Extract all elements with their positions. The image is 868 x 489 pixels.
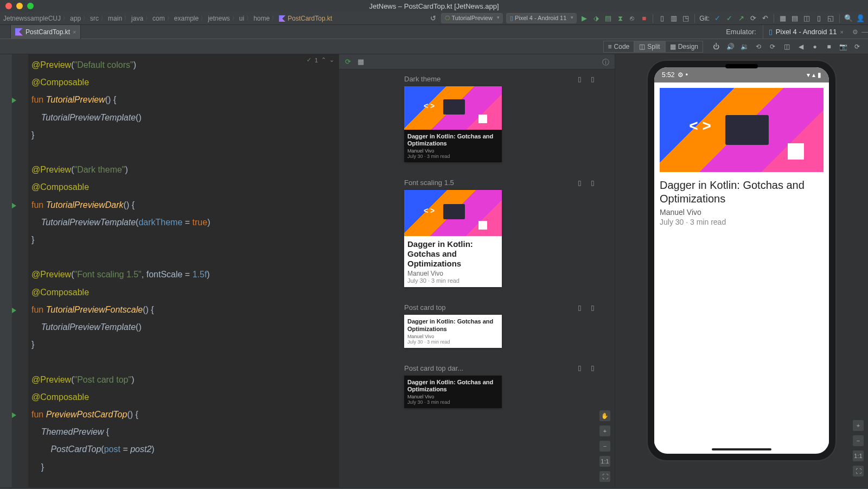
code-view-button[interactable]: ≡Code <box>603 41 635 53</box>
file-tab[interactable]: PostCardTop.kt × <box>11 25 81 39</box>
preview-card[interactable]: < >Dagger in Kotlin: Gotchas and Optimiz… <box>404 86 502 162</box>
card-author: Manuel Vivo <box>407 270 499 277</box>
emulator-rotate-left-icon[interactable]: ⟲ <box>754 43 763 50</box>
preview-config-dropdown[interactable]: ⎔ TutorialPreview <box>441 13 503 23</box>
stop-button[interactable]: ■ <box>640 14 648 23</box>
left-gutter <box>0 54 12 487</box>
toolbar-icon-4[interactable]: ▯ <box>814 14 823 23</box>
breadcrumb-item[interactable]: app <box>70 15 81 22</box>
phone-zoom-fit-icon[interactable]: 1:1 <box>853 450 864 461</box>
preview-interactive-icon[interactable]: ▯ <box>578 179 585 187</box>
close-tab-icon[interactable]: × <box>73 29 76 35</box>
coverage-button[interactable]: ▤ <box>604 14 612 23</box>
preview-interactive-icon[interactable]: ▯ <box>578 304 585 312</box>
run-gutter-icon[interactable] <box>12 98 16 103</box>
preview-card[interactable]: Dagger in Kotlin: Gotchas and Optimizati… <box>404 315 502 347</box>
card-title: Dagger in Kotlin: Gotchas and Optimizati… <box>407 239 499 269</box>
card-meta: July 30 · 3 min read <box>407 399 499 405</box>
git-history-icon[interactable]: ⟳ <box>749 14 757 23</box>
preview-zoom-reset-icon[interactable]: ⛶ <box>599 471 610 482</box>
inspection-ok-icon[interactable]: ✓ <box>307 56 311 63</box>
preview-interactive-icon[interactable]: ▯ <box>578 75 585 83</box>
design-view-button[interactable]: ▦Design <box>665 41 703 53</box>
device-dropdown[interactable]: ▯ Pixel 4 - Android 11 <box>506 13 577 23</box>
breadcrumb-item[interactable]: com <box>152 15 165 22</box>
preview-deploy-icon[interactable]: ▯ <box>591 364 598 372</box>
breadcrumb-item[interactable]: main <box>108 15 122 22</box>
run-gutter-icon[interactable] <box>12 412 16 418</box>
window-maximize-button[interactable] <box>27 3 34 9</box>
preview-card[interactable]: Dagger in Kotlin: Gotchas and Optimizati… <box>404 376 502 408</box>
code-area[interactable]: @Preview("Default colors")@Composablefun… <box>28 54 339 487</box>
inspection-down-icon[interactable]: ⌄ <box>329 56 334 63</box>
card-meta: July 30 · 3 min read <box>407 154 499 159</box>
editor-gutter <box>12 54 28 487</box>
resource-manager-icon[interactable]: ◳ <box>681 14 690 23</box>
toolbar-icon-2[interactable]: ▤ <box>790 14 799 23</box>
emulator-overview-icon[interactable]: ■ <box>825 43 833 50</box>
git-push-icon[interactable]: ↗ <box>737 14 745 23</box>
breadcrumb-item[interactable]: PostCardTop.kt <box>279 15 332 22</box>
phone-zoom-in-icon[interactable]: + <box>853 420 864 431</box>
phone-zoom-reset-icon[interactable]: ⛶ <box>853 466 864 477</box>
toolbar-icon-3[interactable]: ◫ <box>802 14 811 23</box>
preview-layout-icon[interactable]: ▦ <box>356 58 365 66</box>
breadcrumb-item[interactable]: src <box>90 15 99 22</box>
emulator-power-icon[interactable]: ⏻ <box>712 43 720 50</box>
attach-button[interactable]: ⎋ <box>628 14 636 23</box>
breadcrumb-item[interactable]: JetnewssampleCUJ <box>3 15 61 22</box>
phone-zoom-out-icon[interactable]: − <box>853 435 864 446</box>
code-editor[interactable]: @Preview("Default colors")@Composablefun… <box>12 54 339 487</box>
preview-zoom-fit-icon[interactable]: 1:1 <box>599 456 610 467</box>
close-emulator-tab-icon[interactable]: × <box>840 29 844 35</box>
git-rollback-icon[interactable]: ↶ <box>761 14 769 23</box>
preview-deploy-icon[interactable]: ▯ <box>591 179 598 187</box>
preview-pan-icon[interactable]: ✋ <box>599 410 610 421</box>
emulator-rotate-right-icon[interactable]: ⟳ <box>768 43 777 50</box>
profile-button[interactable]: ⧗ <box>616 14 624 23</box>
phone-post-meta: July 30 · 3 min read <box>660 218 824 226</box>
inspection-count: 1 <box>315 57 318 63</box>
sync-icon[interactable]: ↺ <box>429 14 438 23</box>
preview-refresh-icon[interactable]: ⟳ <box>343 58 352 66</box>
preview-deploy-icon[interactable]: ▯ <box>591 75 598 83</box>
sdk-manager-icon[interactable]: ▥ <box>669 14 678 23</box>
emulator-hide-icon[interactable]: — <box>861 28 868 36</box>
split-view-button[interactable]: ◫Split <box>634 41 665 53</box>
emulator-home-icon[interactable]: ● <box>810 43 819 50</box>
phone-screen[interactable]: 5:52 ⚙ • ▾ ▴ ▮ < > Dagger in Ko <box>654 67 829 454</box>
emulator-more-icon[interactable]: ⟳ <box>853 43 861 50</box>
toolbar-icon-1[interactable]: ▦ <box>778 14 787 23</box>
breadcrumb-item[interactable]: jetnews <box>208 15 230 22</box>
run-gutter-icon[interactable] <box>12 203 16 208</box>
preview-interactive-icon[interactable]: ▯ <box>578 364 585 372</box>
breadcrumb-item[interactable]: home <box>253 15 270 22</box>
emulator-settings-icon[interactable]: ⚙ <box>852 28 858 36</box>
emulator-volume-down-icon[interactable]: 🔉 <box>740 43 749 50</box>
inspection-up-icon[interactable]: ⌃ <box>321 56 326 63</box>
debug-button[interactable]: ⬗ <box>592 14 601 23</box>
run-button[interactable]: ▶ <box>580 14 589 23</box>
user-icon[interactable]: 👤 <box>856 14 865 23</box>
preview-zoom-in-icon[interactable]: + <box>599 426 610 436</box>
preview-deploy-icon[interactable]: ▯ <box>591 304 598 312</box>
avd-manager-icon[interactable]: ▯ <box>658 14 666 23</box>
toolbar-icon-5[interactable]: ◱ <box>826 14 835 23</box>
breadcrumb-item[interactable]: example <box>174 15 199 22</box>
emulator-volume-up-icon[interactable]: 🔊 <box>726 43 735 50</box>
git-update-icon[interactable]: ✓ <box>713 14 722 23</box>
emulator-tab[interactable]: ▯ Pixel 4 - Android 11 × <box>763 25 849 39</box>
emulator-screenshot-icon[interactable]: 📷 <box>839 43 847 50</box>
emulator-fold-icon[interactable]: ◫ <box>782 43 791 50</box>
preview-card[interactable]: < >Dagger in Kotlin: Gotchas and Optimiz… <box>404 190 502 287</box>
breadcrumb-item[interactable]: ui <box>239 15 244 22</box>
run-gutter-icon[interactable] <box>12 308 16 313</box>
search-everywhere-icon[interactable]: 🔍 <box>844 14 853 23</box>
git-commit-icon[interactable]: ✓ <box>725 14 733 23</box>
breadcrumb-item[interactable]: java <box>131 15 143 22</box>
window-minimize-button[interactable] <box>16 3 23 9</box>
preview-zoom-out-icon[interactable]: − <box>599 441 610 452</box>
preview-info-icon[interactable]: ⓘ <box>602 58 609 67</box>
emulator-back-icon[interactable]: ◀ <box>796 43 805 50</box>
window-close-button[interactable] <box>5 3 12 9</box>
